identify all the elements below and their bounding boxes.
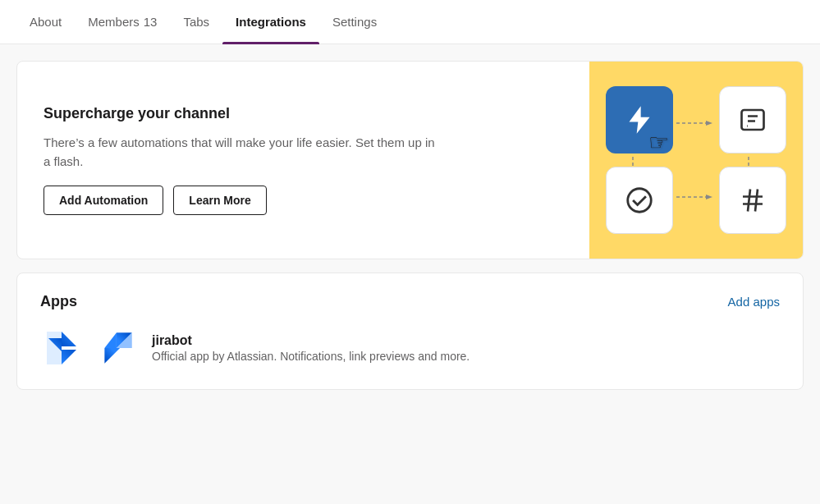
supercharge-card: Supercharge your channel There’s a few a… [16,61,804,259]
add-apps-link[interactable]: Add apps [728,295,780,309]
jirabot-icon [96,327,139,369]
text-input-icon [719,86,786,153]
jirabot-info: jirabot Official app by Atlassian. Notif… [152,333,470,363]
jirabot-item: jirabot Official app by Atlassian. Notif… [40,327,780,369]
apps-title: Apps [40,293,77,310]
checkmark-icon [606,167,673,234]
tab-members[interactable]: Members13 [75,0,170,44]
dashed-arrow-top [676,119,712,127]
svg-marker-12 [706,195,712,199]
cursor-icon: ☞ [648,129,669,156]
learn-more-button[interactable]: Learn More [173,186,266,215]
supercharge-title: Supercharge your channel [44,105,563,122]
supercharge-actions: Add Automation Learn More [44,186,563,215]
dashed-arrow-bottom [676,193,712,201]
jirabot-name: jirabot [152,333,470,348]
main-content: Supercharge your channel There’s a few a… [0,44,820,406]
svg-line-15 [748,190,750,212]
jirabot-description: Official app by Atlassian. Notifications… [152,350,470,363]
tab-integrations[interactable]: Integrations [222,0,319,44]
jirabot-logo [40,327,83,369]
tab-settings[interactable]: Settings [319,0,390,44]
tab-about[interactable]: About [16,0,75,44]
hashtag-icon [719,167,786,234]
nav-tabs: About Members13 Tabs Integrations Settin… [0,0,820,44]
svg-line-16 [755,190,758,212]
svg-marker-1 [706,121,712,126]
svg-rect-2 [742,110,764,130]
tab-tabs[interactable]: Tabs [170,0,222,44]
supercharge-description: There’s a few automations that will make… [44,134,437,171]
supercharge-illustration: ☞ [589,62,803,259]
svg-point-10 [628,189,652,213]
illustration-container: ☞ [606,78,786,242]
apps-card: Apps Add apps [16,273,804,390]
apps-header: Apps Add apps [40,293,780,310]
supercharge-left: Supercharge your channel There’s a few a… [17,62,589,259]
add-automation-button[interactable]: Add Automation [44,186,163,215]
